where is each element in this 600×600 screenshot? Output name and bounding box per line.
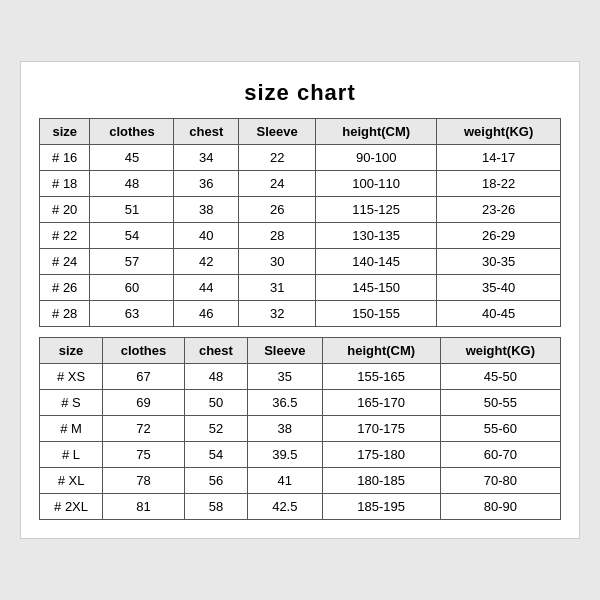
table-cell: 67 (103, 364, 185, 390)
table2-header-cell: clothes (103, 338, 185, 364)
table-cell: 42.5 (247, 494, 322, 520)
table-cell: 69 (103, 390, 185, 416)
table1-header-cell: Sleeve (239, 119, 316, 145)
table-cell: 70-80 (440, 468, 560, 494)
size-chart-card: size chart sizeclotheschestSleeveheight(… (20, 61, 580, 539)
table-cell: 22 (239, 145, 316, 171)
table2-header-cell: chest (184, 338, 247, 364)
table-cell: 24 (239, 171, 316, 197)
table2-header-cell: Sleeve (247, 338, 322, 364)
table-cell: 38 (247, 416, 322, 442)
table2-header-cell: weight(KG) (440, 338, 560, 364)
table-row: # XL785641180-18570-80 (40, 468, 561, 494)
table-cell: 175-180 (322, 442, 440, 468)
table-cell: 72 (103, 416, 185, 442)
table-cell: 34 (174, 145, 239, 171)
table-cell: # 2XL (40, 494, 103, 520)
table-cell: 185-195 (322, 494, 440, 520)
table-cell: # M (40, 416, 103, 442)
table-cell: 40 (174, 223, 239, 249)
table-row: # 24574230140-14530-35 (40, 249, 561, 275)
table-row: # 18483624100-11018-22 (40, 171, 561, 197)
table-cell: # 28 (40, 301, 90, 327)
table-cell: # 24 (40, 249, 90, 275)
table-cell: 31 (239, 275, 316, 301)
table-cell: 80-90 (440, 494, 560, 520)
table-cell: 54 (184, 442, 247, 468)
table-cell: 36 (174, 171, 239, 197)
table-cell: 18-22 (437, 171, 561, 197)
table-cell: 54 (90, 223, 174, 249)
table-cell: 45 (90, 145, 174, 171)
table-cell: # S (40, 390, 103, 416)
table-cell: # 26 (40, 275, 90, 301)
size-table-1: sizeclotheschestSleeveheight(CM)weight(K… (39, 118, 561, 327)
table-cell: # 16 (40, 145, 90, 171)
table-cell: # 18 (40, 171, 90, 197)
table-cell: 48 (90, 171, 174, 197)
table-cell: 51 (90, 197, 174, 223)
table-cell: 100-110 (316, 171, 437, 197)
table-cell: 60 (90, 275, 174, 301)
table-cell: # 20 (40, 197, 90, 223)
table-cell: 50 (184, 390, 247, 416)
table1-header-row: sizeclotheschestSleeveheight(CM)weight(K… (40, 119, 561, 145)
table-cell: 58 (184, 494, 247, 520)
table-cell: 130-135 (316, 223, 437, 249)
table-cell: 52 (184, 416, 247, 442)
table-cell: 60-70 (440, 442, 560, 468)
table-row: # 26604431145-15035-40 (40, 275, 561, 301)
table-cell: 180-185 (322, 468, 440, 494)
table-row: # 2XL815842.5185-19580-90 (40, 494, 561, 520)
table-cell: 36.5 (247, 390, 322, 416)
table1-header-cell: height(CM) (316, 119, 437, 145)
table1-header-cell: chest (174, 119, 239, 145)
table-cell: 165-170 (322, 390, 440, 416)
table-cell: 41 (247, 468, 322, 494)
table-cell: 42 (174, 249, 239, 275)
table-row: # 20513826115-12523-26 (40, 197, 561, 223)
table-cell: 56 (184, 468, 247, 494)
table-cell: 26-29 (437, 223, 561, 249)
table2-header-row: sizeclotheschestSleeveheight(CM)weight(K… (40, 338, 561, 364)
table-cell: 35-40 (437, 275, 561, 301)
table-cell: 38 (174, 197, 239, 223)
table-cell: 150-155 (316, 301, 437, 327)
table-cell: 75 (103, 442, 185, 468)
table-cell: 14-17 (437, 145, 561, 171)
table1-header-cell: clothes (90, 119, 174, 145)
chart-title: size chart (39, 80, 561, 106)
table-cell: # XL (40, 468, 103, 494)
table-cell: 145-150 (316, 275, 437, 301)
table-row: # 1645342290-10014-17 (40, 145, 561, 171)
table-cell: # 22 (40, 223, 90, 249)
table-cell: 30-35 (437, 249, 561, 275)
table-cell: 90-100 (316, 145, 437, 171)
table-cell: 140-145 (316, 249, 437, 275)
table-cell: # L (40, 442, 103, 468)
table-cell: 23-26 (437, 197, 561, 223)
table1-header-cell: weight(KG) (437, 119, 561, 145)
table-row: # S695036.5165-17050-55 (40, 390, 561, 416)
table-cell: 155-165 (322, 364, 440, 390)
table-cell: 40-45 (437, 301, 561, 327)
table-cell: 30 (239, 249, 316, 275)
table-cell: 26 (239, 197, 316, 223)
table-cell: 48 (184, 364, 247, 390)
table-cell: 55-60 (440, 416, 560, 442)
table-cell: 46 (174, 301, 239, 327)
table-row: # L755439.5175-18060-70 (40, 442, 561, 468)
table-cell: 35 (247, 364, 322, 390)
table1-header-cell: size (40, 119, 90, 145)
size-table-2: sizeclotheschestSleeveheight(CM)weight(K… (39, 337, 561, 520)
table-row: # 22544028130-13526-29 (40, 223, 561, 249)
table-row: # 28634632150-15540-45 (40, 301, 561, 327)
table2-header-cell: height(CM) (322, 338, 440, 364)
table-cell: # XS (40, 364, 103, 390)
table-row: # XS674835155-16545-50 (40, 364, 561, 390)
table-cell: 50-55 (440, 390, 560, 416)
table-cell: 81 (103, 494, 185, 520)
table-cell: 32 (239, 301, 316, 327)
table-cell: 45-50 (440, 364, 560, 390)
table-cell: 78 (103, 468, 185, 494)
